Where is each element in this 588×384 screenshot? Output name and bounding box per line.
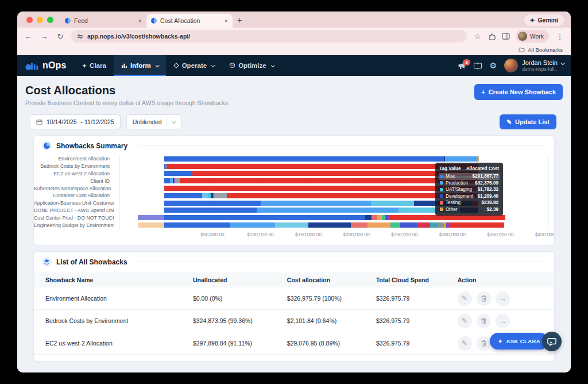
reload-button[interactable]: ↻	[55, 32, 65, 41]
bar-segment[interactable]	[164, 215, 365, 220]
bar-segment[interactable]	[138, 222, 164, 228]
cost-type-select[interactable]: Unblended	[126, 114, 181, 129]
extensions-icon[interactable]	[489, 33, 496, 40]
bar-segment[interactable]	[230, 222, 275, 228]
minimize-window-button[interactable]	[37, 17, 43, 23]
page-content: Cost Allocations Provide Business Contex…	[17, 76, 571, 373]
settings-gear-icon[interactable]: ⚙	[490, 61, 497, 70]
legend-swatch	[440, 194, 443, 198]
nops-logo[interactable]: nOps	[25, 55, 67, 76]
tooltip-tag-label: Testing	[446, 200, 481, 205]
bar-segment[interactable]	[164, 222, 230, 228]
nav-item-operate[interactable]: Operate	[166, 55, 222, 76]
side-panel-icon[interactable]	[502, 33, 510, 40]
table-card-title: List of All Showbacks	[56, 258, 127, 266]
gemini-button[interactable]: ✦ Gemini	[524, 14, 564, 26]
bar-segment[interactable]	[389, 215, 505, 220]
update-list-button[interactable]: ✎ Update List	[500, 114, 556, 129]
profile-chip[interactable]: Work	[516, 30, 549, 43]
gridline	[548, 155, 549, 230]
table-column-header: Showback Name	[45, 277, 193, 283]
edit-icon: ✎	[462, 339, 467, 347]
bar-segment[interactable]	[450, 222, 504, 228]
create-showback-button[interactable]: + Create New Showback	[474, 84, 563, 100]
tooltip-rows: Misc$291,367.77Production$32,375.09UAT/S…	[439, 173, 500, 213]
announcements-icon[interactable]: 3	[458, 62, 466, 70]
date-range-picker[interactable]: 10/14/2025 - 11/12/2025	[30, 114, 121, 129]
tab-list: Feed×Cost Allocation×	[60, 14, 233, 28]
nav-item-optimize[interactable]: Optimize	[222, 55, 281, 76]
chat-widget-button[interactable]	[542, 332, 562, 351]
bookmark-star-icon[interactable]: ☆	[473, 32, 483, 41]
user-menu[interactable]: Jordan Stein demo-nops-full..	[504, 59, 564, 72]
window-controls[interactable]	[26, 17, 53, 23]
bar-segment[interactable]	[164, 186, 478, 191]
bar-segment[interactable]	[478, 156, 479, 162]
browser-tab[interactable]: Cost Allocation×	[146, 14, 233, 28]
bar-segment[interactable]	[180, 178, 478, 183]
bar-segment[interactable]	[275, 222, 309, 228]
bar-segment[interactable]	[164, 178, 170, 183]
trash-button[interactable]	[477, 291, 491, 306]
arrow-right-button[interactable]: →	[496, 291, 510, 306]
user-org: demo-nops-full..	[522, 66, 564, 72]
bar-segment[interactable]	[417, 222, 430, 228]
bar-segment[interactable]	[308, 222, 351, 228]
docs-book-icon[interactable]	[474, 62, 482, 70]
bar-segment[interactable]	[167, 164, 478, 169]
bar-segment[interactable]	[164, 201, 260, 206]
ask-clara-button[interactable]: ✦ ASK CLARA	[490, 333, 548, 350]
bar-segment[interactable]	[257, 208, 399, 213]
tab-close-icon[interactable]: ×	[225, 17, 228, 24]
bar-segment[interactable]	[445, 156, 476, 162]
trash-button[interactable]	[477, 336, 491, 351]
bar-segment[interactable]	[400, 222, 416, 228]
chevron-down-icon	[561, 61, 565, 65]
close-window-button[interactable]	[26, 17, 33, 23]
tab-close-icon[interactable]: ×	[138, 17, 142, 24]
x-tick-label: $250,000.00	[391, 232, 417, 237]
bar-segment[interactable]	[202, 193, 208, 198]
legend-swatch	[440, 175, 443, 178]
forward-button[interactable]: →	[39, 32, 49, 41]
chart-row: Engineering Budget by Environment	[34, 221, 548, 229]
new-tab-button[interactable]: +	[237, 16, 242, 24]
bar-segment[interactable]	[164, 193, 202, 198]
table-column-header: Cost allocation	[287, 277, 376, 283]
trash-button[interactable]	[477, 314, 491, 328]
nav-item-clara[interactable]: ✦Clara	[75, 55, 114, 76]
all-bookmarks-label[interactable]: All Bookmarks	[528, 47, 563, 53]
bar-segment[interactable]	[164, 171, 192, 176]
plus-icon: +	[481, 89, 485, 95]
bar-segment[interactable]	[214, 193, 227, 198]
bar-segment[interactable]	[261, 201, 371, 206]
edit-button[interactable]: ✎	[458, 314, 472, 328]
x-tick-label: $400,000.00	[535, 232, 555, 237]
chart-bar-track[interactable]	[119, 156, 548, 162]
bar-segment[interactable]	[372, 215, 377, 220]
browser-menu-icon[interactable]: ⋮	[555, 32, 565, 41]
edit-button[interactable]: ✎	[458, 291, 472, 306]
bar-segment[interactable]	[175, 178, 180, 183]
bar-segment[interactable]	[351, 222, 368, 228]
browser-tab[interactable]: Feed×	[60, 14, 146, 28]
back-button[interactable]: ←	[23, 32, 33, 41]
edit-button[interactable]: ✎	[458, 336, 472, 351]
arrow-right-button[interactable]: →	[496, 314, 510, 328]
site-settings-icon[interactable]	[77, 33, 83, 40]
url-bar[interactable]: app.nops.io/v3/cost/showbacks-api/	[71, 30, 467, 43]
bar-segment[interactable]	[430, 222, 439, 228]
chart-bar-track[interactable]	[119, 222, 548, 228]
bar-segment[interactable]	[390, 222, 401, 228]
maximize-window-button[interactable]	[47, 17, 53, 23]
bar-segment[interactable]	[138, 215, 165, 220]
bar-segment[interactable]	[438, 222, 444, 228]
bar-segment[interactable]	[164, 208, 256, 213]
nav-item-inform[interactable]: Inform	[114, 55, 166, 76]
bar-segment[interactable]	[377, 215, 382, 220]
chart-bar-track[interactable]	[119, 215, 548, 220]
bar-segment[interactable]	[371, 201, 414, 206]
bar-segment[interactable]	[365, 215, 372, 220]
bar-segment[interactable]	[164, 156, 444, 162]
bar-segment[interactable]	[368, 222, 390, 228]
